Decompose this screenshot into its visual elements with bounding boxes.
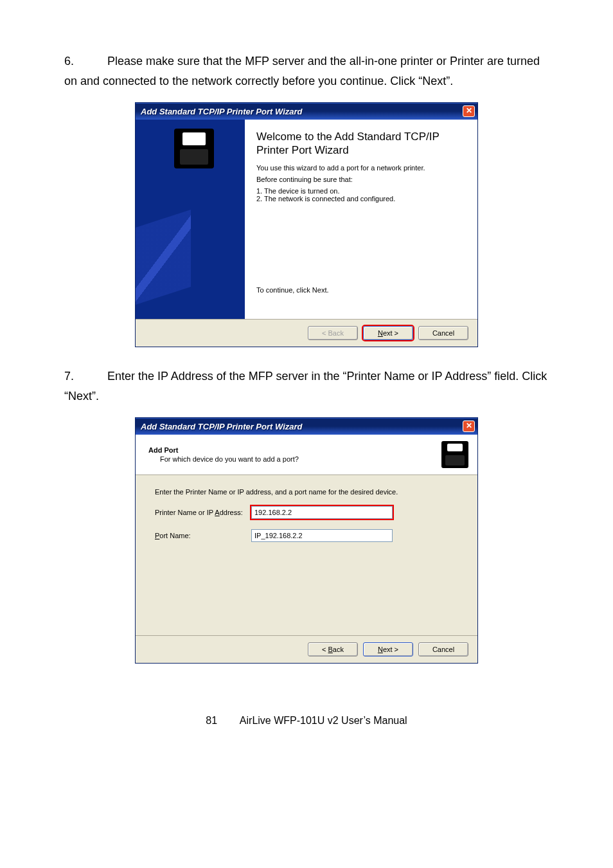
wizard-subheading-desc: For which device do you want to add a po… <box>148 455 441 463</box>
back-button[interactable]: < Back <box>308 642 358 656</box>
wizard-header-band: Add Port For which device do you want to… <box>136 435 477 475</box>
wizard-intro-line: You use this wizard to add a port for a … <box>256 164 467 172</box>
printer-icon <box>441 441 468 468</box>
close-icon[interactable]: ✕ <box>463 105 475 117</box>
next-button[interactable]: Next > <box>363 326 413 340</box>
step-7-text: Enter the IP Address of the MFP server i… <box>64 370 547 402</box>
step-6: 6. Please make sure that the MFP server … <box>64 51 549 91</box>
button-row: < Back Next > Cancel <box>136 636 477 663</box>
cancel-button[interactable]: Cancel <box>418 642 468 656</box>
page-footer: 81 AirLive WFP-101U v2 User’s Manual <box>64 715 549 727</box>
wizard-sidebar-graphic <box>136 120 245 319</box>
step-6-number: 6. <box>64 51 84 71</box>
wizard-instruction-line: Enter the Printer Name or IP address, an… <box>155 488 458 496</box>
decorative-stripe <box>136 210 191 305</box>
window-title: Add Standard TCP/IP Printer Port Wizard <box>141 422 302 431</box>
printer-name-label: Printer Name or IP Address: <box>155 509 251 516</box>
printer-icon <box>174 129 214 168</box>
wizard-heading: Welcome to the Add Standard TCP/IP Print… <box>256 130 467 158</box>
page-number: 81 <box>206 715 217 726</box>
port-name-label: Port Name: <box>155 532 251 539</box>
port-name-input[interactable] <box>251 529 393 542</box>
next-button[interactable]: Next > <box>363 642 413 656</box>
step-6-text: Please make sure that the MFP server and… <box>64 55 540 87</box>
button-row: < Back Next > Cancel <box>136 320 477 347</box>
back-button: < Back <box>308 326 358 340</box>
titlebar: Add Standard TCP/IP Printer Port Wizard … <box>136 418 477 435</box>
window-title: Add Standard TCP/IP Printer Port Wizard <box>141 107 302 116</box>
wizard-continue-line: To continue, click Next. <box>256 286 467 294</box>
printer-name-input[interactable] <box>251 506 393 519</box>
doc-title: AirLive WFP-101U v2 User’s Manual <box>240 715 407 726</box>
wizard-before-line: Before continuing be sure that: <box>256 176 467 183</box>
wizard-welcome: Add Standard TCP/IP Printer Port Wizard … <box>135 102 478 347</box>
step-7: 7. Enter the IP Address of the MFP serve… <box>64 366 549 406</box>
step-7-number: 7. <box>64 366 84 386</box>
titlebar: Add Standard TCP/IP Printer Port Wizard … <box>136 103 477 120</box>
wizard-add-port: Add Standard TCP/IP Printer Port Wizard … <box>135 417 478 664</box>
wizard-bullet-2: 2. The network is connected and configur… <box>256 195 467 203</box>
close-icon[interactable]: ✕ <box>463 420 475 432</box>
wizard-subheading: Add Port <box>148 446 441 454</box>
cancel-button[interactable]: Cancel <box>418 326 468 340</box>
wizard-bullet-1: 1. The device is turned on. <box>256 187 467 195</box>
